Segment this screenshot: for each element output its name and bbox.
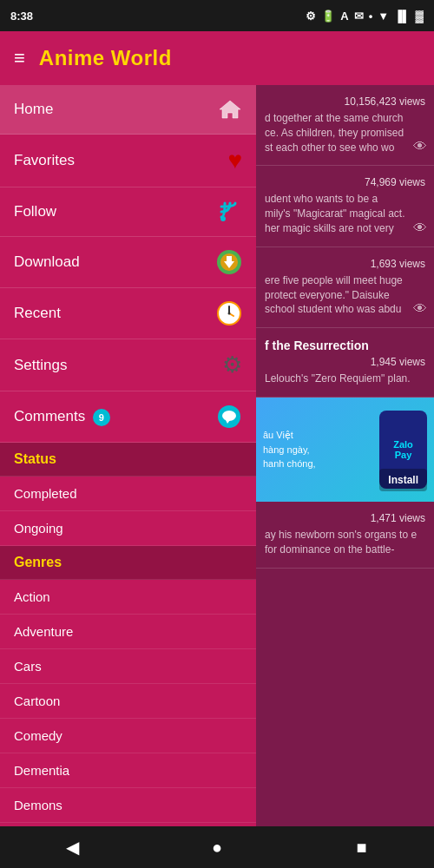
- back-icon: ◀: [66, 837, 79, 858]
- sidebar-item-follow[interactable]: Follow: [0, 187, 256, 237]
- status-left: 8:38: [10, 10, 33, 23]
- content-item-last[interactable]: 1,471 views ay his newborn son's organs …: [256, 502, 434, 569]
- sidebar-item-recent[interactable]: Recent: [0, 288, 256, 339]
- email-icon: ✉: [354, 10, 364, 23]
- gear-icon: ⚙: [222, 352, 242, 378]
- time-display: 8:38: [10, 10, 33, 23]
- dementia-label: Dementia: [14, 763, 69, 778]
- sidebar-label-follow: Follow: [14, 203, 56, 220]
- action-label: Action: [14, 589, 50, 604]
- text-icon: A: [340, 10, 348, 23]
- sidebar-item-settings[interactable]: Settings ⚙: [0, 339, 256, 391]
- cartoon-label: Cartoon: [14, 694, 60, 708]
- title-4: f the Resurrection: [265, 339, 425, 352]
- recents-icon: ■: [357, 838, 367, 858]
- views-last: 1,471 views: [265, 512, 425, 524]
- ongoing-label: Ongoing: [14, 521, 63, 536]
- sidebar-item-dementia[interactable]: Dementia: [0, 753, 256, 788]
- battery-icon: ▓: [416, 10, 424, 23]
- views-3: 1,693 views: [265, 258, 425, 270]
- sidebar-label-favorites: Favorites: [14, 152, 75, 169]
- install-button[interactable]: Install: [379, 469, 427, 491]
- main-area: Home Favorites ♥ Follow: [0, 85, 434, 826]
- eye-icon-2: 👁: [413, 220, 427, 236]
- svg-marker-0: [220, 101, 240, 118]
- adventure-label: Adventure: [14, 624, 73, 639]
- download-icon: [216, 249, 242, 275]
- home-icon: [218, 97, 242, 122]
- sidebar-label-settings: Settings: [14, 357, 67, 374]
- menu-button[interactable]: ≡: [14, 47, 25, 69]
- clock-icon: [216, 300, 242, 326]
- sidebar-item-ongoing[interactable]: Ongoing: [0, 511, 256, 546]
- completed-label: Completed: [14, 486, 77, 501]
- text-2: udent who wants to be amily's "Magicarat…: [265, 192, 425, 235]
- heart-icon: ♥: [227, 147, 242, 174]
- views-1: 10,156,423 views: [265, 95, 425, 108]
- app-title: Anime World: [39, 46, 172, 70]
- sidebar-item-home[interactable]: Home: [0, 85, 256, 135]
- svg-point-9: [228, 312, 231, 315]
- content-item-1[interactable]: 10,156,423 views d together at the same …: [256, 85, 434, 166]
- sidebar-item-completed[interactable]: Completed: [0, 477, 256, 511]
- text-1: d together at the same churchce. As chil…: [265, 111, 425, 155]
- eye-icon-3: 👁: [413, 301, 427, 317]
- text-3: ere five people will meet hugeprotect ev…: [265, 273, 425, 317]
- dot-icon: •: [369, 10, 373, 23]
- sidebar: Home Favorites ♥ Follow: [0, 85, 256, 826]
- eye-icon-1: 👁: [413, 139, 427, 155]
- sidebar-label-comments: Comments 9: [14, 408, 110, 426]
- battery-saver-icon: 🔋: [321, 10, 335, 23]
- sidebar-item-favorites[interactable]: Favorites ♥: [0, 135, 256, 187]
- sidebar-item-comedy[interactable]: Comedy: [0, 719, 256, 753]
- wifi-icon: ▼: [378, 10, 389, 23]
- back-button[interactable]: ◀: [46, 826, 98, 868]
- sidebar-label-recent: Recent: [14, 305, 61, 322]
- demons-label: Demons: [14, 798, 62, 812]
- sidebar-item-action[interactable]: Action: [0, 580, 256, 615]
- chat-icon: [216, 404, 242, 430]
- sidebar-label-download: Download: [14, 253, 80, 271]
- svg-point-11: [222, 411, 236, 421]
- sidebar-item-comments[interactable]: Comments 9: [0, 391, 256, 443]
- signal-icon: ▐▌: [394, 10, 410, 23]
- status-section-header: Status: [0, 443, 256, 477]
- bottom-nav: ◀ ● ■: [0, 826, 434, 868]
- sidebar-label-home: Home: [14, 101, 53, 118]
- content-item-3[interactable]: 1,693 views ere five people will meet hu…: [256, 247, 434, 328]
- comedy-label: Comedy: [14, 728, 62, 743]
- right-content: 10,156,423 views d together at the same …: [256, 85, 434, 826]
- sidebar-item-cartoon[interactable]: Cartoon: [0, 684, 256, 719]
- recents-button[interactable]: ■: [336, 826, 388, 868]
- views-2: 74,969 views: [265, 176, 425, 188]
- sidebar-item-download[interactable]: Download: [0, 237, 256, 288]
- status-bar: 8:38 ⚙ 🔋 A ✉ • ▼ ▐▌ ▓: [0, 0, 434, 31]
- content-item-4[interactable]: f the Resurrection 1,945 views Lelouch's…: [256, 328, 434, 398]
- ad-banner[interactable]: âu Việt hàng ngày, hanh chóng, ZaloPay I…: [256, 398, 434, 502]
- rss-icon: [218, 200, 242, 224]
- app-bar: ≡ Anime World: [0, 31, 434, 85]
- sidebar-item-cars[interactable]: Cars: [0, 649, 256, 684]
- settings-icon: ⚙: [306, 10, 316, 23]
- status-right: ⚙ 🔋 A ✉ • ▼ ▐▌ ▓: [306, 10, 424, 23]
- comments-badge: 9: [93, 409, 110, 426]
- text-last: ay his newborn son's organs to e for dom…: [265, 528, 425, 557]
- views-4: 1,945 views: [265, 356, 425, 368]
- sidebar-item-demons[interactable]: Demons: [0, 788, 256, 823]
- home-button[interactable]: ●: [191, 826, 243, 868]
- content-item-2[interactable]: 74,969 views udent who wants to be amily…: [256, 166, 434, 247]
- ad-text: âu Việt hàng ngày, hanh chóng,: [263, 428, 316, 471]
- text-4: Lelouch's "Zero Requiem" plan.: [265, 372, 425, 386]
- home-nav-icon: ●: [212, 838, 222, 858]
- cars-label: Cars: [14, 659, 42, 674]
- sidebar-item-adventure[interactable]: Adventure: [0, 615, 256, 649]
- genres-section-header: Genres: [0, 546, 256, 580]
